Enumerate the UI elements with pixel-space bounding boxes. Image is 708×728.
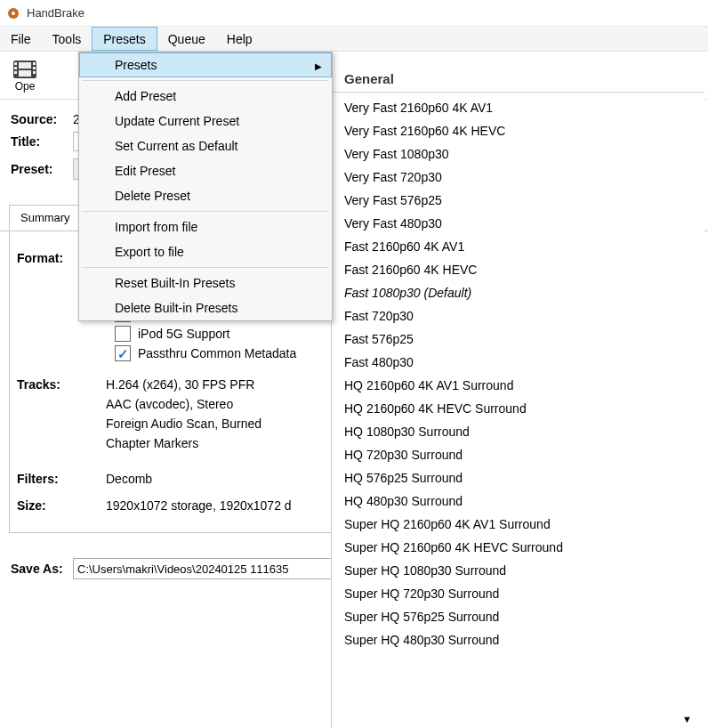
preset-super-hq-480p30-surround[interactable]: Super HQ 480p30 Surround — [332, 628, 704, 651]
svg-rect-3 — [14, 62, 17, 65]
preset-hq-480p30-surround[interactable]: HQ 480p30 Surround — [332, 489, 704, 513]
menu-item-edit-preset[interactable]: Edit Preset — [79, 158, 332, 183]
open-source-button[interactable]: Ope — [7, 57, 43, 94]
preset-super-hq-2160p60-4k-hevc-surround[interactable]: Super HQ 2160p60 4K HEVC Surround — [332, 536, 704, 559]
size-value: 1920x1072 storage, 1920x1072 d — [106, 498, 292, 513]
preset-very-fast-576p25[interactable]: Very Fast 576p25 — [332, 189, 704, 212]
track-line: Chapter Markers — [106, 436, 261, 450]
preset-hq-1080p30-surround[interactable]: HQ 1080p30 Surround — [332, 420, 704, 443]
titlebar: HandBrake — [0, 0, 708, 27]
presets-submenu: General Very Fast 2160p60 4K AV1Very Fas… — [331, 62, 704, 728]
menu-item-set-current-as-default[interactable]: Set Current as Default — [79, 133, 332, 158]
preset-super-hq-1080p30-surround[interactable]: Super HQ 1080p30 Surround — [332, 559, 704, 582]
preset-fast-576p25[interactable]: Fast 576p25 — [332, 328, 704, 351]
tab-summary[interactable]: Summary — [9, 205, 82, 231]
film-icon — [12, 59, 37, 80]
preset-very-fast-1080p30[interactable]: Very Fast 1080p30 — [332, 142, 704, 166]
track-line: AAC (avcodec), Stereo — [106, 397, 261, 411]
preset-very-fast-480p30[interactable]: Very Fast 480p30 — [332, 212, 704, 235]
track-line: H.264 (x264), 30 FPS PFR — [106, 377, 261, 392]
scroll-down-icon[interactable]: ▼ — [682, 714, 692, 724]
menubar: File Tools Presets Queue Help — [0, 27, 708, 52]
svg-point-1 — [12, 12, 15, 15]
preset-very-fast-2160p60-4k-av1[interactable]: Very Fast 2160p60 4K AV1 — [332, 96, 704, 119]
menu-tools[interactable]: Tools — [42, 27, 93, 51]
menu-file[interactable]: File — [0, 27, 42, 51]
source-label: Source: — [11, 112, 66, 126]
ipod5g-checkbox[interactable] — [115, 326, 131, 342]
svg-rect-9 — [19, 62, 31, 69]
preset-hq-720p30-surround[interactable]: HQ 720p30 Surround — [332, 443, 704, 466]
passthru-checkbox[interactable] — [115, 345, 131, 361]
track-line: Foreign Audio Scan, Burned — [106, 417, 261, 431]
handbrake-icon — [5, 5, 21, 21]
menu-item-delete-built-in-presets[interactable]: Delete Built-in Presets — [79, 295, 332, 320]
preset-label: Preset: — [11, 162, 66, 176]
filters-value: Decomb — [106, 472, 152, 486]
submenu-header: General — [332, 62, 704, 93]
svg-rect-7 — [33, 67, 36, 69]
preset-hq-576p25-surround[interactable]: HQ 576p25 Surround — [332, 466, 704, 489]
preset-super-hq-576p25-surround[interactable]: Super HQ 576p25 Surround — [332, 605, 704, 628]
preset-super-hq-720p30-surround[interactable]: Super HQ 720p30 Surround — [332, 582, 704, 605]
svg-rect-6 — [33, 62, 36, 65]
preset-fast-480p30[interactable]: Fast 480p30 — [332, 351, 704, 374]
preset-very-fast-720p30[interactable]: Very Fast 720p30 — [332, 166, 704, 189]
passthru-label: Passthru Common Metadata — [138, 346, 296, 360]
preset-hq-2160p60-4k-av1-surround[interactable]: HQ 2160p60 4K AV1 Surround — [332, 374, 704, 397]
tracks-label: Tracks: — [17, 377, 106, 456]
save-as-label: Save As: — [11, 562, 66, 576]
svg-rect-4 — [14, 67, 17, 69]
preset-fast-2160p60-4k-av1[interactable]: Fast 2160p60 4K AV1 — [332, 235, 704, 258]
title-label: Title: — [11, 134, 66, 149]
tracks-values: H.264 (x264), 30 FPS PFR AAC (avcodec), … — [106, 377, 261, 456]
preset-very-fast-2160p60-4k-hevc[interactable]: Very Fast 2160p60 4K HEVC — [332, 119, 704, 142]
preset-fast-720p30[interactable]: Fast 720p30 — [332, 304, 704, 328]
menu-item-presets[interactable]: Presets — [79, 53, 332, 77]
preset-hq-2160p60-4k-hevc-surround[interactable]: HQ 2160p60 4K HEVC Surround — [332, 397, 704, 420]
menu-separator — [83, 267, 328, 268]
menu-item-delete-preset[interactable]: Delete Preset — [79, 183, 332, 208]
svg-rect-10 — [19, 70, 31, 77]
menu-presets[interactable]: Presets — [92, 27, 157, 51]
menu-item-export-to-file[interactable]: Export to file — [79, 239, 332, 264]
filters-label: Filters: — [17, 472, 106, 486]
size-label: Size: — [17, 498, 106, 513]
menu-queue[interactable]: Queue — [157, 27, 216, 51]
svg-rect-8 — [33, 71, 36, 74]
menu-item-update-current-preset[interactable]: Update Current Preset — [79, 109, 332, 133]
ipod5g-label: iPod 5G Support — [138, 327, 230, 341]
svg-rect-5 — [14, 71, 17, 74]
window-title: HandBrake — [27, 6, 84, 20]
menu-item-add-preset[interactable]: Add Preset — [79, 84, 332, 109]
open-source-label: Ope — [15, 80, 36, 93]
menu-separator — [83, 211, 328, 212]
menu-separator — [83, 80, 328, 81]
presets-dropdown: PresetsAdd PresetUpdate Current PresetSe… — [78, 52, 333, 321]
menu-item-import-from-file[interactable]: Import from file — [79, 214, 332, 239]
preset-super-hq-2160p60-4k-av1-surround[interactable]: Super HQ 2160p60 4K AV1 Surround — [332, 513, 704, 536]
menu-help[interactable]: Help — [216, 27, 263, 51]
preset-fast-2160p60-4k-hevc[interactable]: Fast 2160p60 4K HEVC — [332, 258, 704, 281]
menu-item-reset-built-in-presets[interactable]: Reset Built-In Presets — [79, 271, 332, 295]
preset-fast-1080p30-default-[interactable]: Fast 1080p30 (Default) — [332, 281, 704, 304]
